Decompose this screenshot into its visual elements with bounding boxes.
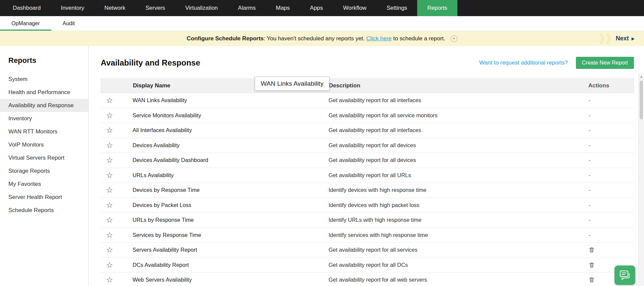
trash-icon[interactable]	[589, 277, 595, 283]
report-description: Get availability report for all services	[329, 247, 580, 253]
report-name-link[interactable]: All Interfaces Availability	[133, 127, 329, 133]
report-name-link[interactable]: WAN Links Availability	[133, 97, 329, 104]
favorite-star-icon[interactable]: ☆	[101, 141, 133, 149]
table-row: ☆URLs AvailabilityGet availability repor…	[101, 168, 634, 183]
no-action-dash: -	[589, 157, 591, 163]
no-action-dash: -	[589, 187, 591, 193]
sidebar-item-health-and-performance[interactable]: Health and Performance	[0, 86, 88, 99]
favorite-star-icon[interactable]: ☆	[101, 96, 133, 104]
table-row: ☆WAN Links AvailabilityGet availability …	[101, 93, 634, 108]
table-row: ☆Services by Response TimeIdentify servi…	[101, 228, 634, 243]
nav-item-servers[interactable]: Servers	[135, 0, 175, 16]
nav-item-workflow[interactable]: Workflow	[333, 0, 377, 16]
favorite-star-icon[interactable]: ☆	[101, 261, 133, 269]
sidebar-item-server-health-report[interactable]: Server Health Report	[0, 191, 88, 204]
report-description: Get availability report for all interfac…	[329, 97, 580, 104]
scrollbar-up-arrow-icon[interactable]: ▲	[639, 73, 644, 80]
module-tabs: OpManagerAudit	[0, 16, 644, 31]
report-actions-cell: -	[580, 157, 634, 163]
nav-item-alarms[interactable]: Alarms	[228, 0, 266, 16]
favorite-star-icon[interactable]: ☆	[101, 186, 133, 194]
favorite-star-icon[interactable]: ☆	[101, 276, 133, 284]
scrollbar-thumb[interactable]	[640, 81, 643, 119]
no-action-dash: -	[589, 217, 591, 223]
report-description: Get availability report for all DCs	[329, 262, 580, 268]
chat-feedback-button[interactable]	[614, 265, 635, 285]
report-actions-cell: -	[580, 202, 634, 208]
sidebar-item-availability-and-response[interactable]: Availability and Response	[0, 99, 88, 112]
sidebar-item-voip-monitors[interactable]: VoIP Monitors	[0, 138, 88, 151]
report-description: Identify devices with high packet loss	[329, 202, 580, 208]
nav-item-settings[interactable]: Settings	[377, 0, 417, 16]
report-name-link[interactable]: Servers Availability Report	[133, 247, 329, 253]
sidebar-item-system[interactable]: System	[0, 73, 88, 86]
tab-audit[interactable]: Audit	[51, 16, 86, 31]
favorite-star-icon[interactable]: ☆	[101, 201, 133, 209]
page-title: Availability and Response	[101, 58, 200, 68]
report-description: Get availability report for all URLs	[329, 172, 580, 178]
table-row: ☆Servers Availability ReportGet availabi…	[101, 243, 634, 258]
trash-icon[interactable]	[589, 247, 595, 253]
report-name-link[interactable]: URLs Availability	[133, 172, 329, 178]
main-panel: Availability and Response Want to reques…	[89, 46, 644, 286]
sidebar-item-storage-reports[interactable]: Storage Reports	[0, 164, 88, 177]
sidebar-item-wan-rtt-monitors[interactable]: WAN RTT Monitors	[0, 125, 88, 138]
vertical-scrollbar[interactable]: ▲	[638, 73, 644, 286]
nav-item-apps[interactable]: Apps	[300, 0, 333, 16]
report-description: Get availability report for all service …	[329, 112, 580, 119]
request-additional-reports-link[interactable]: Want to request additional reports?	[479, 59, 568, 66]
favorite-star-icon[interactable]: ☆	[101, 216, 133, 224]
schedule-reports-banner: Configure Schedule Reports: You haven't …	[0, 31, 644, 46]
favorite-star-icon[interactable]: ☆	[101, 112, 133, 119]
next-button[interactable]: Next ▶	[616, 35, 635, 42]
favorite-star-icon[interactable]: ☆	[101, 156, 133, 164]
report-name-link[interactable]: Devices by Packet Loss	[133, 202, 329, 208]
chat-icon	[619, 270, 631, 281]
trash-icon[interactable]	[589, 262, 595, 268]
reports-table: Display Name Description Actions ☆WAN Li…	[101, 78, 634, 286]
main-header: Availability and Response Want to reques…	[101, 57, 634, 69]
favorite-star-icon[interactable]: ☆	[101, 231, 133, 239]
column-header-actions: Actions	[580, 82, 634, 89]
sidebar-item-schedule-reports[interactable]: Schedule Reports	[0, 204, 88, 217]
report-name-link[interactable]: Devices by Response Time	[133, 187, 329, 193]
nav-item-virtualization[interactable]: Virtualization	[175, 0, 228, 16]
nav-item-network[interactable]: Network	[94, 0, 135, 16]
report-actions-cell: -	[580, 97, 634, 104]
report-name-link[interactable]: Services by Response Time	[133, 232, 329, 238]
report-actions-cell: -	[580, 217, 634, 223]
table-row: ☆Devices Availability DashboardGet avail…	[101, 153, 634, 168]
report-name-link[interactable]: Service Monitors Availability	[133, 112, 329, 119]
table-row: ☆Devices AvailabilityGet availability re…	[101, 138, 634, 153]
report-description: Identify devices with high response time	[329, 187, 580, 193]
nav-item-dashboard[interactable]: Dashboard	[3, 0, 51, 16]
sidebar-item-my-favorites[interactable]: My Favorites	[0, 177, 88, 191]
sidebar-item-virtual-servers-report[interactable]: Virtual Servers Report	[0, 151, 88, 164]
favorite-star-icon[interactable]: ☆	[101, 126, 133, 134]
table-row: ☆All Interfaces AvailabilityGet availabi…	[101, 123, 634, 138]
tab-opmanager[interactable]: OpManager	[0, 16, 51, 31]
banner-close-icon[interactable]: ✕	[451, 35, 457, 42]
report-name-link[interactable]: URLs by Response Time	[133, 217, 329, 223]
report-name-link[interactable]: Devices Availability	[133, 142, 329, 149]
report-name-link[interactable]: Web Servers Availability	[133, 277, 329, 283]
banner-text-1: : You haven't scheduled any reports yet.	[264, 35, 366, 42]
report-name-link[interactable]: DCs Availability Report	[133, 262, 329, 268]
favorite-star-icon[interactable]: ☆	[101, 246, 133, 254]
nav-item-inventory[interactable]: Inventory	[51, 0, 94, 16]
report-name-link[interactable]: Devices Availability Dashboard	[133, 157, 329, 163]
nav-item-maps[interactable]: Maps	[266, 0, 300, 16]
favorite-star-icon[interactable]: ☆	[101, 171, 133, 179]
banner-message: Configure Schedule Reports: You haven't …	[187, 35, 445, 42]
create-new-report-button[interactable]: Create New Report	[576, 57, 634, 69]
dragged-report-chip[interactable]: WAN Links Availability	[255, 77, 330, 91]
table-row: ☆DCs Availability ReportGet availability…	[101, 258, 634, 273]
report-description: Get availability report for all devices	[329, 157, 580, 163]
banner-click-here-link[interactable]: Click here	[366, 35, 392, 42]
report-actions-cell: -	[580, 232, 634, 238]
sidebar-item-inventory[interactable]: Inventory	[0, 112, 88, 125]
report-description: Get availability report for all interfac…	[329, 127, 580, 133]
no-action-dash: -	[589, 232, 591, 238]
nav-item-reports[interactable]: Reports	[417, 0, 457, 16]
column-header-description: Description	[329, 82, 580, 89]
